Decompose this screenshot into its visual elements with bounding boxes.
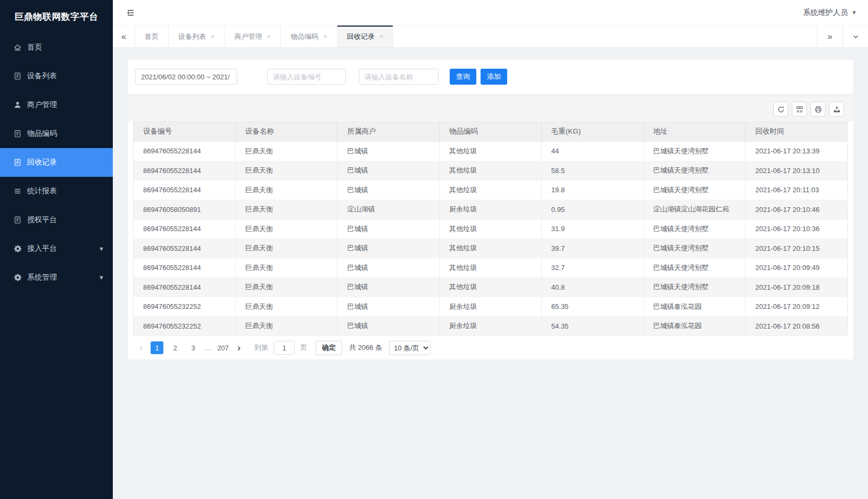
table-cell: 巨鼎天衡 — [235, 142, 337, 161]
goto-label: 到第 — [254, 343, 268, 353]
add-button[interactable]: 添加 — [481, 69, 507, 85]
page-number-207[interactable]: 207 — [217, 341, 229, 354]
table-row[interactable]: 869476055228144巨鼎天衡巴城镇其他垃圾19.8巴城镇天使湾别墅20… — [134, 181, 848, 200]
table-cell: 2021-06-17 20:13:10 — [746, 161, 848, 181]
chevron-down-icon: ▼ — [98, 246, 104, 252]
table-cell: 巴城镇 — [337, 277, 440, 297]
sidebar-item-access-platform[interactable]: 接入平台▼ — [0, 234, 113, 263]
table-cell: 869476055228144 — [134, 181, 236, 200]
sidebar-item-label: 首页 — [27, 43, 42, 52]
prev-page-icon[interactable]: ‹ — [134, 341, 148, 354]
table-cell: 巨鼎天衡 — [235, 297, 337, 317]
sidebar-item-system-manage[interactable]: 系统管理▼ — [0, 263, 113, 292]
table-cell: 0.95 — [541, 200, 643, 219]
tab-merchant-manage[interactable]: 商户管理× — [225, 26, 282, 47]
device-no-input[interactable] — [267, 69, 346, 85]
table-cell: 869476055228144 — [134, 239, 236, 258]
sidebar-item-device-list[interactable]: 设备列表 — [0, 62, 113, 91]
table-cell: 869476055232252 — [134, 316, 236, 336]
sidebar-item-recycle-record[interactable]: 回收记录 — [0, 148, 113, 177]
tab-device-list[interactable]: 设备列表× — [169, 26, 225, 47]
records-table: 设备编号设备名称所属商户物品编码毛重(KG)地址回收时间 86947605522… — [133, 121, 848, 336]
tab-label: 设备列表 — [178, 32, 206, 42]
column-header: 设备名称 — [235, 122, 337, 142]
records-table-wrap: 设备编号设备名称所属商户物品编码毛重(KG)地址回收时间 86947605522… — [128, 121, 853, 336]
table-cell: 其他垃圾 — [440, 161, 542, 181]
table-cell: 巴城镇 — [337, 219, 440, 239]
gear-icon — [13, 244, 22, 253]
page-word: 页 — [300, 343, 307, 353]
close-tab-icon[interactable]: × — [267, 33, 271, 40]
app-title: 巨鼎物联网数字平台 — [0, 0, 113, 33]
page-number-2[interactable]: 2 — [169, 341, 181, 354]
close-tab-icon[interactable]: × — [323, 33, 327, 40]
column-header: 回收时间 — [746, 122, 848, 142]
collapse-sidebar-icon[interactable] — [125, 7, 136, 19]
print-icon[interactable] — [811, 102, 825, 117]
sidebar-item-item-code[interactable]: 物品编码 — [0, 119, 113, 148]
column-header: 物品编码 — [440, 122, 542, 142]
table-row[interactable]: 869476055232252巨鼎天衡巴城镇厨余垃圾54.35巴城镇泰泓花园20… — [134, 316, 848, 336]
filter-panel: 查询 添加 — [128, 60, 853, 94]
query-button[interactable]: 查询 — [450, 69, 476, 85]
tabs-menu-icon[interactable] — [842, 26, 868, 47]
clipboard-icon — [13, 72, 22, 81]
table-cell: 巴城镇天使湾别墅 — [643, 181, 746, 200]
table-row[interactable]: 869476055228144巨鼎天衡巴城镇其他垃圾39.7巴城镇天使湾别墅20… — [134, 239, 848, 258]
table-cell: 54.35 — [541, 316, 643, 336]
sidebar-item-label: 物品编码 — [27, 129, 57, 138]
sidebar-nav: 首页设备列表商户管理物品编码回收记录统计报表授权平台接入平台▼系统管理▼ — [0, 33, 113, 292]
tabs-scroll-left-icon[interactable]: « — [113, 26, 135, 47]
table-cell: 巴城镇 — [337, 258, 440, 278]
table-row[interactable]: 869476055228144巨鼎天衡巴城镇其他垃圾40.8巴城镇天使湾别墅20… — [134, 277, 848, 297]
user-menu[interactable]: 系统维护人员 ▼ — [803, 8, 857, 18]
goto-page-input[interactable] — [274, 341, 295, 355]
table-cell: 巨鼎天衡 — [235, 200, 337, 219]
table-cell: 厨余垃圾 — [440, 200, 542, 219]
chevron-down-icon: ▼ — [852, 10, 857, 15]
table-row[interactable]: 869476055232252巨鼎天衡巴城镇厨余垃圾65.35巴城镇泰泓花园20… — [134, 297, 848, 317]
table-row[interactable]: 869476055228144巨鼎天衡巴城镇其他垃圾44巴城镇天使湾别墅2021… — [134, 142, 848, 161]
table-row[interactable]: 869476055228144巨鼎天衡巴城镇其他垃圾32.7巴城镇天使湾别墅20… — [134, 258, 848, 278]
column-header: 设备编号 — [134, 122, 236, 142]
tab-recycle-record[interactable]: 回收记录× — [337, 26, 394, 47]
goto-confirm-button[interactable]: 确定 — [316, 341, 342, 355]
page-number-1[interactable]: 1 — [151, 341, 163, 354]
date-range-input[interactable] — [135, 69, 237, 85]
sidebar-item-home[interactable]: 首页 — [0, 33, 113, 62]
close-tab-icon[interactable]: × — [379, 33, 384, 40]
table-cell: 869476055228144 — [134, 277, 236, 297]
tab-label: 商户管理 — [235, 32, 262, 42]
chevron-down-icon: ▼ — [98, 274, 104, 281]
tab-home[interactable]: 首页 — [135, 26, 169, 47]
page-size-select[interactable]: 10 条/页 — [389, 341, 431, 355]
user-role-label: 系统维护人员 — [803, 8, 848, 18]
table-cell: 淀山湖镇淀山湖花园仁苑 — [643, 200, 746, 219]
sidebar-item-stats-report[interactable]: 统计报表 — [0, 177, 113, 206]
tab-label: 回收记录 — [347, 32, 375, 42]
table-cell: 其他垃圾 — [440, 181, 542, 200]
sidebar-item-merchant-manage[interactable]: 商户管理 — [0, 91, 113, 119]
table-row[interactable]: 869476055228144巨鼎天衡巴城镇其他垃圾31.9巴城镇天使湾别墅20… — [134, 219, 848, 239]
device-name-input[interactable] — [359, 69, 439, 85]
sidebar-item-auth-platform[interactable]: 授权平台 — [0, 206, 113, 234]
tabs-scroll-right-icon[interactable]: » — [817, 26, 842, 47]
sidebar-item-label: 接入平台 — [27, 244, 57, 253]
refresh-icon[interactable] — [773, 102, 788, 117]
columns-setting-icon[interactable] — [792, 102, 807, 117]
table-cell: 巨鼎天衡 — [235, 239, 337, 258]
table-cell: 巴城镇 — [337, 297, 440, 317]
export-icon[interactable] — [829, 102, 844, 117]
table-cell: 869476058050891 — [134, 200, 236, 219]
next-page-icon[interactable]: › — [232, 341, 246, 354]
table-row[interactable]: 869476058050891巨鼎天衡淀山湖镇厨余垃圾0.95淀山湖镇淀山湖花园… — [134, 200, 848, 219]
table-cell: 其他垃圾 — [440, 142, 542, 161]
table-cell: 巨鼎天衡 — [235, 161, 337, 181]
tab-item-code[interactable]: 物品编码× — [281, 26, 337, 47]
pagination: ‹ 123…207 › 到第 页 确定 共 2066 条 10 条/页 — [128, 336, 853, 359]
page-number-3[interactable]: 3 — [187, 341, 200, 354]
close-tab-icon[interactable]: × — [211, 33, 215, 40]
lines-icon — [13, 187, 22, 196]
table-cell: 32.7 — [541, 258, 643, 278]
table-row[interactable]: 869476055228144巨鼎天衡巴城镇其他垃圾58.5巴城镇天使湾别墅20… — [134, 161, 848, 181]
